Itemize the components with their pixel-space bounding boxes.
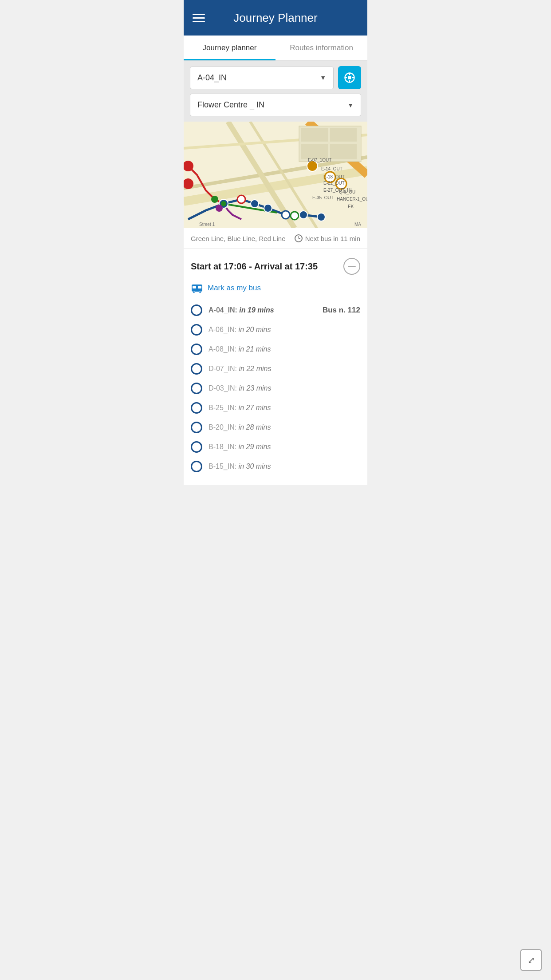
tab-bar: Journey planner Routes information <box>184 36 367 61</box>
stop-circle <box>191 324 202 336</box>
form-area: A-04_IN ▼ Flower Centre _ IN ▼ <box>184 61 367 122</box>
stop-name: A-06_IN: in 20 mins <box>209 326 271 334</box>
tab-journey-planner[interactable]: Journey planner <box>184 36 276 60</box>
stop-item: B-18_IN: in 29 mins <box>191 437 360 457</box>
locate-icon <box>343 71 356 84</box>
stop-circle <box>191 461 202 472</box>
bus-link-row: Mark as my bus <box>191 282 360 294</box>
tab-routes-information[interactable]: Routes information <box>276 36 367 60</box>
locate-button[interactable] <box>338 66 361 89</box>
svg-text:E-18_OUT: E-18_OUT <box>323 174 345 179</box>
stop-name: A-08_IN: in 21 mins <box>209 345 271 353</box>
stop-name: B-18_IN: in 29 mins <box>209 443 271 451</box>
stop-circle <box>191 422 202 433</box>
svg-point-51 <box>199 291 201 293</box>
svg-text:HANGER-1_OU: HANGER-1_OU <box>337 197 367 202</box>
svg-text:E-14_OUT: E-14_OUT <box>321 166 342 171</box>
from-value: A-04_IN <box>197 73 227 83</box>
mark-as-my-bus-link[interactable]: Mark as my bus <box>208 284 261 292</box>
clock-icon <box>295 234 303 242</box>
map-info-bar: Green Line, Blue Line, Red Line Next bus… <box>184 228 367 249</box>
stop-item: A-04_IN: in 19 minsBus n. 112 <box>191 300 360 320</box>
stop-circle <box>191 363 202 375</box>
svg-point-27 <box>317 213 325 221</box>
svg-point-21 <box>237 195 245 203</box>
svg-point-26 <box>299 211 307 219</box>
stop-name: A-04_IN: in 19 mins <box>209 306 274 314</box>
stop-name: B-25_IN: in 27 mins <box>209 404 271 412</box>
svg-text:EK: EK <box>348 204 354 209</box>
line-labels: Green Line, Blue Line, Red Line <box>191 235 285 242</box>
stop-name: D-03_IN: in 23 mins <box>209 384 271 392</box>
stop-item: A-08_IN: in 21 mins <box>191 340 360 359</box>
to-arrow-icon: ▼ <box>347 102 354 109</box>
menu-button[interactable] <box>193 14 205 22</box>
svg-rect-18 <box>301 144 328 159</box>
next-bus-info: Next bus in 11 min <box>295 234 360 242</box>
svg-text:MA: MA <box>354 222 361 227</box>
svg-text:E-22_OUT: E-22_OUT <box>323 181 345 186</box>
svg-text:Street 1: Street 1 <box>199 222 215 227</box>
collapse-button[interactable] <box>343 258 360 275</box>
stop-item: B-25_IN: in 27 mins <box>191 398 360 418</box>
stop-name: B-15_IN: in 30 mins <box>209 462 271 470</box>
bus-icon <box>191 282 203 294</box>
journey-time: Start at 17:06 - Arrival at 17:35 <box>191 261 318 272</box>
svg-rect-16 <box>301 128 328 142</box>
svg-rect-19 <box>330 144 357 159</box>
stop-item: D-07_IN: in 22 mins <box>191 359 360 379</box>
journey-detail: Start at 17:06 - Arrival at 17:35 Mark a… <box>184 249 367 485</box>
svg-rect-17 <box>330 128 357 142</box>
stop-name: B-20_IN: in 28 mins <box>209 423 271 431</box>
stop-name: D-07_IN: in 22 mins <box>209 365 271 373</box>
svg-point-24 <box>282 211 290 219</box>
app-title: Journey Planner <box>214 11 337 25</box>
journey-header: Start at 17:06 - Arrival at 17:35 <box>191 258 360 275</box>
to-value: Flower Centre _ IN <box>197 100 264 110</box>
bus-number: Bus n. 112 <box>323 306 360 315</box>
map-svg: E-07_1OUT E-14_OUT E-18_OUT E-22_OUT E-2… <box>184 122 367 228</box>
from-row: A-04_IN ▼ <box>190 66 361 89</box>
stop-circle <box>191 344 202 355</box>
map-area[interactable]: E-07_1OUT E-14_OUT E-18_OUT E-22_OUT E-2… <box>184 122 367 228</box>
stop-item: A-06_IN: in 20 mins <box>191 320 360 340</box>
to-select[interactable]: Flower Centre _ IN ▼ <box>190 94 361 116</box>
stop-circle <box>191 304 202 316</box>
minus-icon <box>348 266 356 267</box>
stop-item: B-20_IN: in 28 mins <box>191 418 360 437</box>
stop-circle <box>191 441 202 453</box>
svg-text:Q-6_OU: Q-6_OU <box>339 190 355 194</box>
svg-rect-49 <box>198 286 201 288</box>
next-bus-text: Next bus in 11 min <box>305 235 360 242</box>
svg-point-34 <box>211 196 218 203</box>
from-arrow-icon: ▼ <box>320 74 326 81</box>
stop-item: B-15_IN: in 30 mins <box>191 457 360 476</box>
svg-point-35 <box>216 205 223 212</box>
stop-circle <box>191 402 202 414</box>
svg-point-33 <box>221 201 226 206</box>
svg-point-50 <box>193 291 195 293</box>
stop-item: D-03_IN: in 23 mins <box>191 379 360 398</box>
app-header: Journey Planner <box>184 0 367 36</box>
stop-circle <box>191 383 202 394</box>
svg-point-23 <box>264 204 272 212</box>
svg-point-25 <box>291 212 299 220</box>
stop-list: A-04_IN: in 19 minsBus n. 112A-06_IN: in… <box>191 300 360 476</box>
svg-text:E-35_OUT: E-35_OUT <box>312 195 334 200</box>
svg-rect-48 <box>193 286 196 288</box>
svg-text:E-07_1OUT: E-07_1OUT <box>308 158 331 162</box>
from-select[interactable]: A-04_IN ▼ <box>190 67 334 89</box>
svg-point-22 <box>251 200 259 208</box>
